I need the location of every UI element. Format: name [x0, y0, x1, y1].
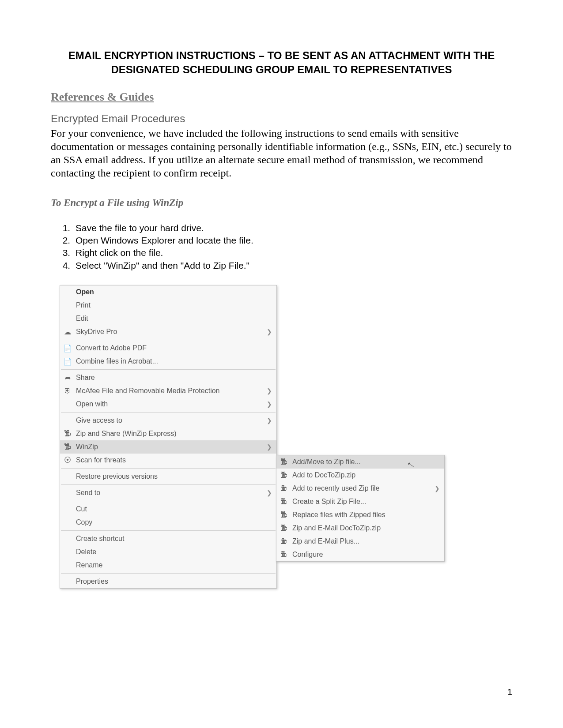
menu-item[interactable]: Cut: [60, 503, 276, 516]
menu-separator: [61, 501, 276, 501]
menu-item[interactable]: 🗜Add to DocToZip.zip: [276, 469, 444, 482]
chevron-right-icon: ❯: [267, 328, 272, 335]
menu-item-label: Rename: [76, 561, 272, 569]
menu-separator: [61, 340, 276, 340]
menu-item[interactable]: 🗜Configure: [276, 548, 444, 561]
menu-item[interactable]: 📄Combine files in Acrobat...: [60, 355, 276, 368]
menu-item[interactable]: Give access to❯: [60, 414, 276, 427]
blank-icon: [63, 489, 72, 497]
menu-item-label: Add/Move to Zip file...: [292, 458, 440, 466]
menu-item-label: Create shortcut: [76, 535, 272, 543]
pdf-icon: 📄: [63, 357, 72, 365]
blank-icon: [63, 301, 72, 309]
blank-icon: [63, 505, 72, 513]
chevron-right-icon: ❯: [267, 387, 272, 394]
menu-item[interactable]: 🗜Zip and E-Mail DocToZip.zip: [276, 522, 444, 535]
menu-item[interactable]: Rename: [60, 559, 276, 572]
menu-item-label: Combine files in Acrobat...: [76, 357, 272, 365]
menu-item-label: Give access to: [76, 417, 267, 424]
cursor-icon: ⭦: [406, 460, 416, 471]
menu-item[interactable]: Open with❯: [60, 398, 276, 411]
zip-icon: 🗜: [279, 484, 289, 492]
menu-item[interactable]: Open: [60, 285, 276, 299]
menu-item-label: Zip and E-Mail Plus...: [292, 537, 440, 545]
menu-item-label: Add to recently used Zip file: [292, 484, 435, 492]
section-title: To Encrypt a File using WinZip: [51, 197, 512, 209]
chevron-right-icon: ❯: [435, 485, 440, 492]
step-item: Save the file to your hard drive.: [73, 222, 512, 234]
menu-item[interactable]: Delete: [60, 545, 276, 559]
menu-item[interactable]: 🗜Create a Split Zip File...: [276, 495, 444, 508]
blank-icon: [63, 535, 72, 543]
menu-item[interactable]: 🗜Replace files with Zipped files: [276, 508, 444, 522]
chevron-right-icon: ❯: [267, 401, 272, 408]
menu-item[interactable]: 🗜Zip and Share (WinZip Express): [60, 427, 276, 440]
menu-item[interactable]: ☁SkyDrive Pro❯: [60, 325, 276, 338]
menu-item[interactable]: 📄Convert to Adobe PDF: [60, 341, 276, 355]
menu-item-label: Edit: [76, 315, 272, 323]
menu-item-label: Configure: [292, 551, 440, 559]
steps-list: Save the file to your hard drive.Open Wi…: [73, 222, 512, 272]
menu-item-label: Properties: [76, 578, 272, 585]
menu-item-label: SkyDrive Pro: [76, 328, 267, 336]
menu-item-label: WinZip: [76, 443, 267, 451]
menu-item[interactable]: 🗜WinZip❯: [60, 440, 276, 454]
menu-item[interactable]: Print: [60, 299, 276, 312]
chevron-right-icon: ❯: [267, 443, 272, 450]
menu-separator: [61, 412, 276, 413]
cloud-icon: ☁: [63, 328, 72, 336]
menu-item-label: Restore previous versions: [76, 473, 272, 480]
blank-icon: [63, 400, 72, 408]
references-heading: References & Guides: [51, 90, 512, 104]
menu-item[interactable]: ⛨McAfee File and Removable Media Protect…: [60, 384, 276, 398]
step-item: Right click on the file.: [73, 247, 512, 259]
page-title: EMAIL ENCRYPTION INSTRUCTIONS – TO BE SE…: [51, 49, 512, 77]
menu-item-label: Cut: [76, 505, 272, 513]
menu-separator: [61, 573, 276, 574]
menu-item-label: Replace files with Zipped files: [292, 511, 440, 519]
menu-item-label: Zip and E-Mail DocToZip.zip: [292, 524, 440, 532]
menu-item-label: Copy: [76, 518, 272, 526]
menu-item[interactable]: 🗜Add/Move to Zip file...⭦: [276, 455, 444, 469]
menu-separator: [61, 484, 276, 485]
menu-separator: [61, 530, 276, 531]
menu-item-label: Scan for threats: [76, 456, 272, 464]
scan-icon: ⦿: [63, 456, 72, 464]
menu-item-label: Print: [76, 301, 272, 309]
menu-item[interactable]: 🗜Zip and E-Mail Plus...: [276, 535, 444, 548]
blank-icon: [63, 473, 72, 480]
zip-icon: 🗜: [279, 537, 289, 545]
pdf-icon: 📄: [63, 344, 72, 352]
menu-item-label: McAfee File and Removable Media Protecti…: [76, 387, 267, 395]
blank-icon: [63, 548, 72, 556]
menu-item-label: Convert to Adobe PDF: [76, 344, 272, 352]
share-icon: ➦: [63, 374, 72, 382]
step-item: Select "WinZip" and then "Add to Zip Fil…: [73, 259, 512, 272]
zip-icon: 🗜: [279, 524, 289, 532]
menu-item[interactable]: Properties: [60, 575, 276, 588]
menu-separator: [61, 369, 276, 370]
menu-item[interactable]: ➦Share: [60, 371, 276, 384]
menu-item[interactable]: Restore previous versions: [60, 470, 276, 483]
blank-icon: [63, 417, 72, 424]
menu-item[interactable]: Edit: [60, 312, 276, 325]
menu-item[interactable]: ⦿Scan for threats: [60, 454, 276, 467]
zip-icon: 🗜: [279, 511, 289, 519]
zip-icon: 🗜: [279, 551, 289, 559]
menu-item[interactable]: Create shortcut: [60, 532, 276, 545]
menu-item-label: Send to: [76, 489, 267, 497]
chevron-right-icon: ❯: [267, 417, 272, 424]
menu-item-label: Zip and Share (WinZip Express): [76, 430, 272, 438]
page-number: 1: [507, 687, 512, 697]
zip-icon: 🗜: [63, 430, 72, 438]
menu-item-label: Open: [76, 288, 272, 296]
menu-item-label: Add to DocToZip.zip: [292, 471, 440, 479]
zip-icon: 🗜: [63, 443, 72, 451]
menu-item-label: Open with: [76, 400, 267, 408]
menu-item[interactable]: Send to❯: [60, 486, 276, 499]
winzip-submenu: 🗜Add/Move to Zip file...⭦🗜Add to DocToZi…: [276, 455, 445, 562]
menu-item[interactable]: 🗜Add to recently used Zip file❯: [276, 482, 444, 495]
procedures-subheading: Encrypted Email Procedures: [51, 113, 512, 125]
blank-icon: [63, 518, 72, 526]
menu-item[interactable]: Copy: [60, 516, 276, 529]
